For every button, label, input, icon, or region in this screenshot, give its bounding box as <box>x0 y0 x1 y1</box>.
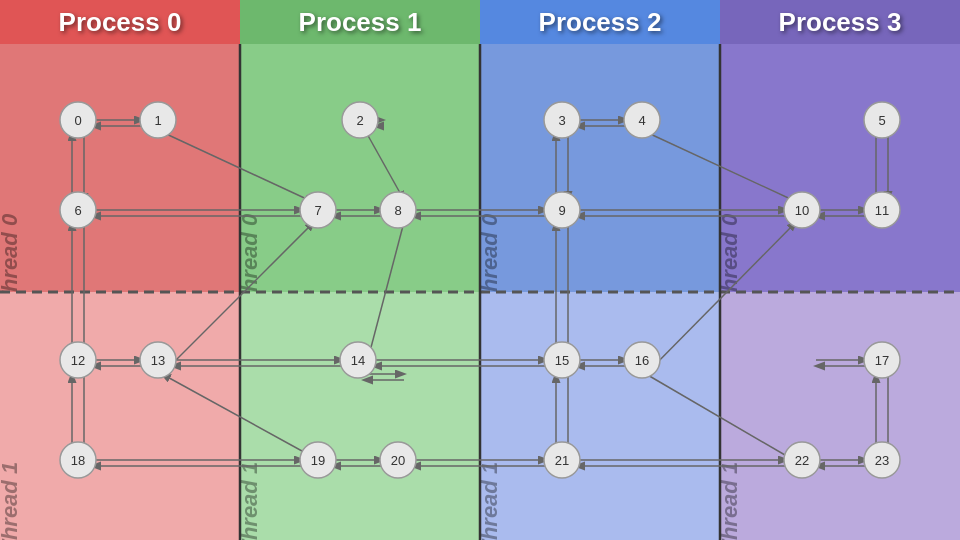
process-1-label: Process 1 <box>299 7 422 38</box>
thread-1-label-p2: Thread 1 <box>477 462 503 540</box>
process-0-label: Process 0 <box>59 7 182 38</box>
process-3-header: Process 3 <box>720 0 960 44</box>
p1-t0-cell: Thread 0 <box>240 44 480 292</box>
thread-1-label-p0: Thread 1 <box>0 462 23 540</box>
process-1-header: Process 1 <box>240 0 480 44</box>
p1-t1-cell: Thread 1 <box>240 292 480 540</box>
main-container: Process 0 Process 1 Process 2 Process 3 … <box>0 0 960 540</box>
process-0-header: Process 0 <box>0 0 240 44</box>
p3-t1-cell: Thread 1 <box>720 292 960 540</box>
process-3-label: Process 3 <box>779 7 902 38</box>
p3-t0-cell: Thread 0 <box>720 44 960 292</box>
process-2-label: Process 2 <box>539 7 662 38</box>
p2-t0-cell: Thread 0 <box>480 44 720 292</box>
thread-1-label-p1: Thread 1 <box>237 462 263 540</box>
p0-t0-cell: Thread 0 <box>0 44 240 292</box>
process-2-header: Process 2 <box>480 0 720 44</box>
p2-t1-cell: Thread 1 <box>480 292 720 540</box>
p0-t1-cell: Thread 1 <box>0 292 240 540</box>
thread-1-label-p3: Thread 1 <box>717 462 743 540</box>
